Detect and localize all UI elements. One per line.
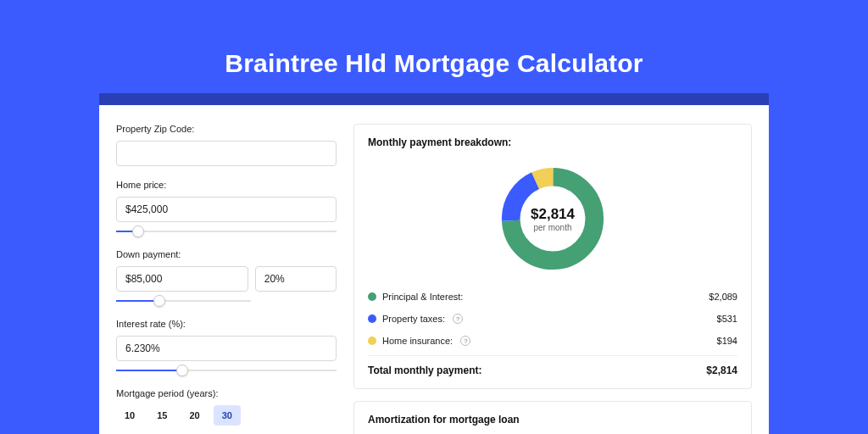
breakdown-panel: Monthly payment breakdown: $2,814 per mo… <box>353 124 752 389</box>
down-payment-pct-input[interactable] <box>255 266 337 292</box>
down-payment-input[interactable] <box>116 266 248 292</box>
help-icon[interactable]: ? <box>460 336 470 346</box>
period-btn-20[interactable]: 20 <box>181 405 209 426</box>
interest-label: Interest rate (%): <box>116 319 337 329</box>
legend-dot-icon <box>368 292 376 301</box>
period-btn-15[interactable]: 15 <box>148 405 175 426</box>
legend-value: $531 <box>717 314 737 324</box>
breakdown-donut-chart: $2,814 per month <box>498 164 608 274</box>
legend-row-taxes: Property taxes: ? $531 <box>368 308 737 330</box>
page-title: Braintree Hld Mortgage Calculator <box>0 0 868 93</box>
down-payment-label: Down payment: <box>116 249 337 259</box>
zip-input[interactable] <box>116 141 337 166</box>
total-label: Total monthly payment: <box>368 364 481 376</box>
results-column: Monthly payment breakdown: $2,814 per mo… <box>337 124 752 434</box>
legend-label: Property taxes: <box>382 314 445 324</box>
legend-label: Home insurance: <box>382 336 453 346</box>
total-value: $2,814 <box>706 364 737 376</box>
period-buttons: 10 15 20 30 <box>116 405 337 426</box>
period-btn-30[interactable]: 30 <box>214 405 241 426</box>
home-price-label: Home price: <box>116 180 337 190</box>
calculator-card: Property Zip Code: Home price: Down paym… <box>99 105 769 434</box>
legend-dot-icon <box>368 337 376 345</box>
amortization-title: Amortization for mortgage loan <box>368 414 737 426</box>
interest-input[interactable] <box>116 336 337 361</box>
donut-center-sub: per month <box>533 223 571 232</box>
legend-dot-icon <box>368 314 376 323</box>
header-accent-strip <box>99 93 769 105</box>
legend-value: $2,089 <box>709 292 737 302</box>
home-price-slider[interactable] <box>116 227 337 237</box>
donut-center-value: $2,814 <box>531 206 575 223</box>
legend-row-insurance: Home insurance: ? $194 <box>368 330 737 352</box>
breakdown-title: Monthly payment breakdown: <box>368 136 737 148</box>
legend-label: Principal & Interest: <box>382 292 463 302</box>
period-label: Mortgage period (years): <box>116 388 337 398</box>
period-btn-10[interactable]: 10 <box>116 405 143 426</box>
help-icon[interactable]: ? <box>453 314 463 324</box>
down-payment-slider[interactable] <box>116 297 251 307</box>
home-price-input[interactable] <box>116 197 337 222</box>
interest-slider[interactable] <box>116 366 337 376</box>
amortization-panel: Amortization for mortgage loan Amortizat… <box>353 401 752 434</box>
legend-value: $194 <box>717 336 737 346</box>
inputs-column: Property Zip Code: Home price: Down paym… <box>116 124 337 434</box>
legend-row-principal: Principal & Interest: $2,089 <box>368 286 737 308</box>
zip-label: Property Zip Code: <box>116 124 337 134</box>
